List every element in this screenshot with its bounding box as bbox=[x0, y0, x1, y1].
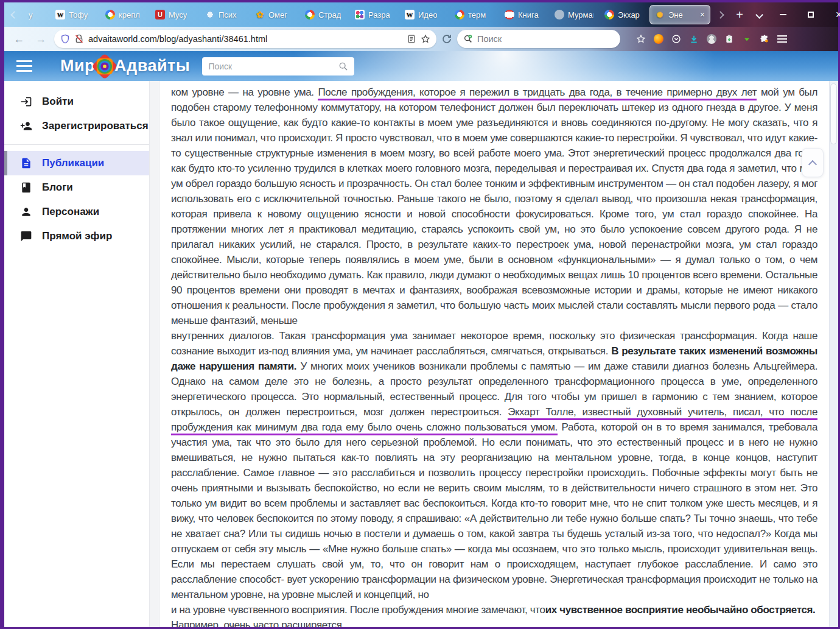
bookmark-star-icon[interactable] bbox=[421, 34, 430, 44]
wiki-favicon-icon: W bbox=[55, 10, 65, 19]
insecure-lock-icon[interactable] bbox=[74, 34, 84, 44]
tab-title: Мурманс bbox=[568, 10, 593, 19]
scroll-to-top-button[interactable] bbox=[802, 148, 824, 177]
url-text[interactable]: advaitaworld.com/blog/adyashanti/38461.h… bbox=[88, 34, 402, 44]
chevron-right-icon bbox=[716, 11, 724, 19]
site-logo[interactable]: Мир Адвайты bbox=[60, 53, 190, 80]
publications-icon bbox=[20, 157, 32, 169]
register-icon bbox=[20, 120, 32, 132]
browser-tab-2[interactable]: крепл bbox=[100, 5, 149, 24]
tab-title: Разра bbox=[368, 10, 390, 19]
account-extension-icon[interactable] bbox=[707, 34, 716, 44]
browser-tab-bar: уWТофукреплUМусуПсих✿ОмегСтрадРазраWИдео… bbox=[4, 2, 838, 27]
site-menu-icon[interactable] bbox=[16, 65, 32, 67]
sidebar-item-register[interactable]: Зарегистрироваться bbox=[4, 114, 159, 138]
browser-tab-9[interactable]: терм bbox=[450, 5, 499, 24]
text-passage: Например, очень часто расширяется bbox=[171, 619, 342, 627]
firefox-account-icon[interactable] bbox=[654, 34, 663, 44]
browser-tab-10[interactable]: Книга bbox=[500, 5, 548, 24]
orange-flower-favicon-icon: ✿ bbox=[255, 10, 265, 19]
sidebar-item-label: Зарегистрироваться bbox=[42, 120, 149, 132]
chevron-down-icon bbox=[755, 11, 763, 19]
underlined-passage: После пробуждения, которое я пережил в т… bbox=[318, 86, 757, 100]
maximize-button[interactable] bbox=[797, 4, 825, 26]
sidebar-item-characters[interactable]: Персонажи bbox=[4, 200, 159, 224]
site-header: Мир Адвайты bbox=[4, 51, 838, 81]
browser-tab-4[interactable]: Псих bbox=[200, 5, 249, 24]
browser-tab-0[interactable]: у bbox=[24, 5, 49, 24]
logo-text-part1: Мир bbox=[60, 57, 95, 76]
reader-mode-icon[interactable] bbox=[407, 34, 416, 44]
page-scrollbar[interactable] bbox=[829, 81, 838, 627]
sidebar-item-label: Блоги bbox=[42, 181, 73, 194]
sidebar-divider bbox=[4, 144, 159, 145]
sidebar: ВойтиЗарегистрироватьсяПубликацииБлогиПе… bbox=[4, 81, 159, 627]
site-search-box[interactable] bbox=[202, 57, 354, 76]
browser-tab-7[interactable]: Разра bbox=[350, 5, 399, 24]
forward-button[interactable]: → bbox=[32, 33, 49, 46]
red-disc-favicon-icon bbox=[505, 10, 514, 19]
plain-favicon-icon bbox=[555, 10, 564, 19]
text-passage: Работа, которой он в то время занимался,… bbox=[171, 421, 817, 600]
browser-tab-1[interactable]: WТофу bbox=[51, 5, 99, 24]
browser-tab-6[interactable]: Страд bbox=[300, 5, 349, 24]
clipboard-extension-icon[interactable] bbox=[724, 34, 734, 44]
close-window-button[interactable]: × bbox=[825, 4, 840, 26]
tab-title: терм bbox=[468, 10, 486, 19]
browser-tab-11[interactable]: Мурманс bbox=[550, 5, 598, 24]
tracking-shield-icon[interactable] bbox=[60, 34, 70, 44]
wiki-favicon-icon: W bbox=[405, 10, 415, 19]
app-menu-icon[interactable] bbox=[777, 38, 787, 40]
login-icon bbox=[20, 96, 32, 108]
tab-scroll-left-button[interactable] bbox=[4, 5, 24, 24]
window-frame: уWТофукреплUМусуПсих✿ОмегСтрадРазраWИдео… bbox=[0, 0, 840, 629]
site-search-input[interactable] bbox=[208, 61, 338, 71]
new-tab-button[interactable]: + bbox=[730, 5, 749, 24]
puzzle-extension-icon[interactable] bbox=[760, 34, 769, 44]
close-tab-button[interactable]: × bbox=[700, 10, 705, 19]
tab-title: крепл bbox=[119, 10, 140, 19]
sidebar-item-label: Прямой эфир bbox=[42, 230, 112, 242]
back-button[interactable]: ← bbox=[10, 33, 27, 46]
tab-strip: уWТофукреплUМусуПсих✿ОмегСтрадРазраWИдео… bbox=[24, 5, 710, 24]
toolbar-search-box[interactable]: Поиск bbox=[457, 30, 620, 48]
address-bar[interactable]: advaitaworld.com/blog/adyashanti/38461.h… bbox=[54, 30, 436, 48]
browser-tab-12[interactable]: Экхар bbox=[600, 5, 648, 24]
search-icon[interactable] bbox=[338, 61, 348, 71]
maximize-icon bbox=[808, 12, 814, 18]
sidebar-item-login[interactable]: Войти bbox=[4, 90, 159, 114]
reload-button[interactable] bbox=[441, 33, 452, 44]
pocket-icon[interactable] bbox=[671, 34, 681, 44]
minimize-icon bbox=[780, 14, 786, 15]
text-passage: ком уровне — на уровне ума. bbox=[171, 86, 318, 98]
webpage: Мир Адвайты ВойтиЗарегистрироватьсяПубли… bbox=[4, 51, 838, 627]
browser-toolbar: ← → advaitaworld.com/blog/adyashanti/384… bbox=[4, 27, 838, 51]
browser-tab-13[interactable]: ✺Эне× bbox=[649, 5, 710, 24]
search-plus-icon bbox=[463, 34, 473, 44]
green-arrow-extension-icon[interactable] bbox=[742, 34, 752, 44]
scrollbar-thumb[interactable] bbox=[830, 83, 837, 144]
browser-tab-5[interactable]: ✿Омег bbox=[250, 5, 299, 24]
downloads-icon[interactable] bbox=[689, 34, 699, 44]
browser-tab-3[interactable]: UМусу bbox=[150, 5, 199, 24]
main-content: ком уровне — на уровне ума. После пробуж… bbox=[159, 81, 838, 627]
list-all-tabs-button[interactable] bbox=[749, 5, 769, 24]
minimize-button[interactable] bbox=[769, 4, 797, 26]
sidebar-item-label: Войти bbox=[42, 96, 74, 108]
article-text: ком уровне — на уровне ума. После пробуж… bbox=[159, 81, 838, 627]
tab-scroll-right-button[interactable] bbox=[710, 5, 730, 24]
toolbar-search-placeholder: Поиск bbox=[477, 34, 502, 44]
text-passage: и на уровне чувственного восприятия. Пос… bbox=[171, 604, 545, 616]
sidebar-item-publications[interactable]: Публикации bbox=[4, 151, 159, 175]
red-u-favicon-icon: U bbox=[155, 10, 165, 19]
sidebar-item-blogs[interactable]: Блоги bbox=[4, 175, 159, 200]
sidebar-item-live[interactable]: Прямой эфир bbox=[4, 224, 159, 248]
chevron-up-icon bbox=[808, 160, 817, 168]
tab-title: Омег bbox=[268, 10, 287, 19]
text-passage: мой ум был подобен старому телефонному к… bbox=[171, 86, 817, 326]
page-body: ВойтиЗарегистрироватьсяПубликацииБлогиПе… bbox=[4, 81, 838, 627]
tab-title: Страд bbox=[318, 10, 341, 19]
tab-title: Тофу bbox=[69, 10, 88, 19]
browser-tab-8[interactable]: WИдео bbox=[400, 5, 449, 24]
bookmarks-menu-icon[interactable] bbox=[636, 34, 646, 44]
